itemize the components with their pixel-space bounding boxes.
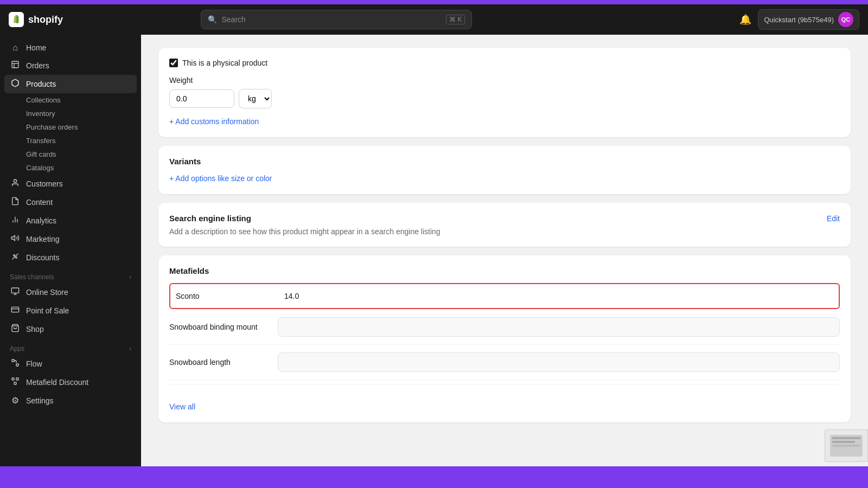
- metafield-discount-icon: [10, 377, 21, 388]
- top-purple-bar: [0, 0, 868, 4]
- search-icon: 🔍: [208, 15, 217, 24]
- sidebar-item-flow[interactable]: Flow: [4, 355, 137, 373]
- header: shopify 🔍 ⌘ K 🔔 Quickstart (9b575e49) QC: [0, 4, 868, 35]
- sidebar-item-analytics[interactable]: Analytics: [4, 211, 137, 230]
- physical-product-label: This is a physical product: [182, 59, 267, 67]
- metafield-row-snowboard-length: Snowboard length: [169, 345, 840, 380]
- sidebar-item-label: Customers: [26, 179, 63, 188]
- products-icon: [10, 79, 21, 89]
- home-icon: ⌂: [10, 43, 21, 53]
- svg-rect-18: [16, 364, 18, 366]
- weight-label: Weight: [169, 76, 840, 85]
- svg-rect-0: [12, 61, 18, 68]
- header-right: 🔔 Quickstart (9b575e49) QC: [739, 9, 859, 30]
- logo-icon: [9, 12, 24, 27]
- seo-edit-link[interactable]: Edit: [827, 214, 840, 223]
- online-store-icon: [10, 287, 21, 298]
- logo[interactable]: shopify: [9, 12, 63, 27]
- view-all-metafields-link[interactable]: View all: [169, 402, 195, 411]
- sidebar-item-settings[interactable]: ⚙ Settings: [4, 391, 137, 409]
- content-icon: [10, 197, 21, 208]
- sidebar-sub-item-catalogs[interactable]: Catalogs: [4, 161, 137, 175]
- physical-product-checkbox[interactable]: [169, 59, 178, 67]
- avatar: QC: [838, 12, 853, 27]
- customers-icon: [10, 178, 21, 189]
- metafield-row-snowboard-binding: Snowboard binding mount: [169, 310, 840, 345]
- add-options-link[interactable]: + Add options like size or color: [169, 174, 272, 183]
- apps-section[interactable]: Apps ›: [4, 338, 137, 355]
- search-shortcut: ⌘ K: [446, 15, 465, 24]
- sidebar-item-label: Flow: [26, 359, 42, 368]
- apps-label: Apps: [10, 345, 24, 352]
- physical-product-card: This is a physical product Weight kg lb …: [158, 48, 851, 137]
- flow-icon: [10, 358, 21, 369]
- search-box[interactable]: 🔍 ⌘ K: [201, 10, 472, 29]
- sidebar-sub-item-collections[interactable]: Collections: [4, 93, 137, 107]
- orders-icon: [10, 60, 21, 71]
- sidebar-item-label: Marketing: [26, 235, 59, 243]
- svg-rect-17: [12, 359, 14, 362]
- sidebar-item-label: Online Store: [26, 288, 68, 297]
- sidebar-sub-item-inventory[interactable]: Inventory: [4, 107, 137, 120]
- sidebar-item-content[interactable]: Content: [4, 193, 137, 211]
- sidebar-item-shop[interactable]: Shop: [4, 320, 137, 338]
- sidebar-sub-item-gift-cards[interactable]: Gift cards: [4, 147, 137, 161]
- weight-unit-select[interactable]: kg lb oz g: [239, 89, 272, 108]
- sales-channels-label: Sales channels: [10, 273, 54, 281]
- add-customs-link[interactable]: + Add customs information: [169, 117, 259, 126]
- metafield-input-snowboard-length[interactable]: [278, 352, 840, 372]
- shop-icon: [10, 324, 21, 335]
- metafield-row-sconto: Sconto 14.0: [170, 284, 839, 308]
- chevron-icon: ›: [129, 345, 131, 352]
- sidebar-item-orders[interactable]: Orders: [4, 56, 137, 75]
- metafield-input-snowboard-binding[interactable]: [278, 317, 840, 337]
- sidebar-item-marketing[interactable]: Marketing: [4, 230, 137, 248]
- seo-header: Search engine listing Edit: [169, 214, 840, 223]
- main-content: This is a physical product Weight kg lb …: [141, 35, 868, 466]
- sidebar: ⌂ Home Orders Products Collections Inven…: [0, 35, 141, 466]
- sidebar-item-label: Discounts: [26, 253, 59, 262]
- physical-product-row: This is a physical product: [169, 59, 840, 67]
- notification-bell-icon[interactable]: 🔔: [739, 14, 751, 25]
- weight-input[interactable]: [169, 89, 234, 108]
- sidebar-item-customers[interactable]: Customers: [4, 175, 137, 193]
- sidebar-item-discounts[interactable]: Discounts: [4, 248, 137, 267]
- bottom-purple-bar: [0, 466, 868, 488]
- svg-line-10: [12, 254, 18, 260]
- sidebar-item-label: Point of Sale: [26, 306, 69, 315]
- seo-description: Add a description to see how this produc…: [169, 227, 840, 236]
- sidebar-item-label: Home: [26, 43, 46, 52]
- account-button[interactable]: Quickstart (9b575e49) QC: [758, 9, 859, 30]
- svg-marker-7: [11, 235, 15, 240]
- svg-rect-14: [11, 307, 18, 312]
- metafield-label-sconto: Sconto: [176, 292, 284, 300]
- settings-icon: ⚙: [10, 395, 21, 406]
- sidebar-item-point-of-sale[interactable]: Point of Sale: [4, 301, 137, 320]
- layout: ⌂ Home Orders Products Collections Inven…: [0, 35, 868, 466]
- weight-row: kg lb oz g: [169, 89, 840, 108]
- metafields-title: Metafields: [169, 266, 840, 275]
- analytics-icon: [10, 215, 21, 226]
- sidebar-item-label: Content: [26, 198, 53, 207]
- sidebar-sub-item-purchase-orders[interactable]: Purchase orders: [4, 120, 137, 134]
- svg-point-9: [16, 257, 17, 259]
- sidebar-item-online-store[interactable]: Online Store: [4, 283, 137, 301]
- sidebar-item-home[interactable]: ⌂ Home: [4, 39, 137, 56]
- chevron-icon: ›: [129, 273, 131, 281]
- metafield-label-snowboard-binding: Snowboard binding mount: [169, 323, 278, 331]
- search-container: 🔍 ⌘ K: [201, 10, 472, 29]
- sidebar-item-label: Analytics: [26, 216, 56, 225]
- svg-point-8: [14, 255, 15, 256]
- sidebar-item-label: Shop: [26, 325, 44, 333]
- sidebar-item-metafield-discount[interactable]: Metafield Discount: [4, 373, 137, 391]
- svg-rect-19: [12, 378, 14, 380]
- logo-text: shopify: [28, 14, 63, 25]
- seo-title: Search engine listing: [169, 214, 251, 223]
- sales-channels-section[interactable]: Sales channels ›: [4, 267, 137, 283]
- discounts-icon: [10, 252, 21, 263]
- sidebar-item-products[interactable]: Products: [4, 75, 137, 93]
- sidebar-item-label: Settings: [26, 396, 54, 405]
- sidebar-sub-item-transfers[interactable]: Transfers: [4, 134, 137, 147]
- search-input[interactable]: [221, 15, 442, 24]
- seo-card: Search engine listing Edit Add a descrip…: [158, 203, 851, 247]
